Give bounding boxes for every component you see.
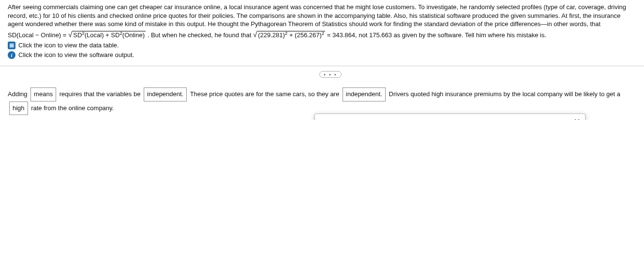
view-software-output-label: Click the icon to view the software outp… (18, 51, 134, 58)
problem-statement: After seeing commercials claiming one ca… (0, 0, 644, 29)
ans-text-4: Drivers quoted high insurance premiums b… (389, 90, 620, 98)
info-icon: i (8, 51, 15, 59)
formula-sqrt-sd: √SD2(Local) + SD2(Online) (68, 31, 148, 39)
formula-lhs-label: SD(Local − Online) = (8, 31, 68, 39)
view-software-output-link[interactable]: i Click the icon to view the software ou… (0, 50, 644, 60)
answer-select-3[interactable]: independent. (343, 87, 386, 101)
ans-text-3: These price quotes are for the same cars… (190, 90, 340, 98)
answer-select-2[interactable]: independent. (144, 87, 187, 101)
ans-text-2: requires that the variables be (60, 90, 141, 98)
data-table-dialog: — ✕ Data table Local Online PriceDiff 56… (315, 114, 585, 120)
ans-text-1: Adding (8, 90, 27, 98)
answer-select-1[interactable]: means (30, 87, 56, 101)
answer-select-4[interactable]: high (9, 101, 28, 116)
close-icon[interactable]: ✕ (574, 117, 580, 120)
view-data-table-link[interactable]: ▦ Click the icon to view the data table. (0, 41, 644, 50)
view-data-table-label: Click the icon to view the data table. (18, 42, 119, 49)
table-icon: ▦ (8, 42, 15, 49)
formula-mid-text: . But when he checked, he found that (148, 31, 253, 39)
formula-line: SD(Local − Online) = √SD2(Local) + SD2(O… (0, 29, 644, 41)
formula-sqrt-nums: √(229.281)2 + (256.267)2 (253, 31, 327, 39)
ans-text-5: rate from the online company. (31, 104, 114, 112)
minimize-icon[interactable]: — (558, 119, 567, 120)
ellipsis-icon[interactable]: • • • (319, 71, 342, 78)
formula-tail-text: = 343.864, not 175.663 as given by the s… (327, 31, 546, 39)
